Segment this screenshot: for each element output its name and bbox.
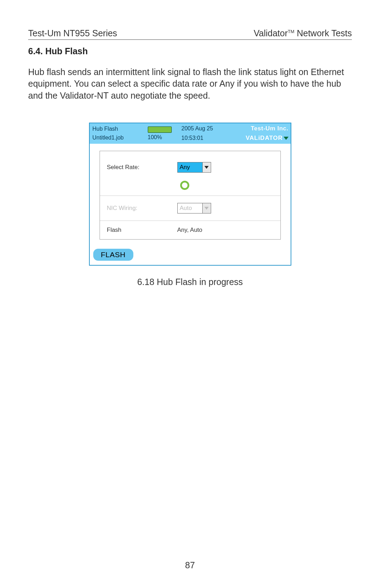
dropdown-nic-wiring-button xyxy=(202,203,211,213)
device-header-mid: 100% xyxy=(148,123,179,144)
progress-spinner-icon xyxy=(180,181,189,190)
device-footer: FLASH xyxy=(90,245,291,265)
brand-bottom-text: VALiDATOR xyxy=(246,135,283,142)
device-title: Hub Flash xyxy=(93,126,145,132)
figure-caption: 6.18 Hub Flash in progress xyxy=(28,277,352,287)
trademark-symbol: TM xyxy=(288,29,294,34)
brand-triangle-icon xyxy=(284,137,289,140)
device-time: 10:53:01 xyxy=(182,135,203,141)
page-number: 87 xyxy=(0,560,380,570)
dropdown-select-rate[interactable]: Any xyxy=(177,162,211,173)
dropdown-nic-wiring-value: Auto xyxy=(178,203,202,213)
section-title: 6.4. Hub Flash xyxy=(28,46,352,56)
label-status: Flash xyxy=(107,227,177,234)
device-header-right: 2005 Aug 25 Test-Um Inc. 10:53:01 VALiDA… xyxy=(179,123,291,144)
row-select-rate: Select Rate: Any xyxy=(100,151,280,184)
section-body: Hub flash sends an intermittent link sig… xyxy=(28,66,352,101)
device-header: Hub Flash Untitled1.job 100% 2005 Aug 25… xyxy=(90,123,291,144)
dropdown-select-rate-button[interactable] xyxy=(202,162,211,172)
row-nic-wiring: NIC Wiring: Auto xyxy=(100,196,280,221)
value-select-rate: Any xyxy=(177,162,273,173)
header-right-prefix: Validator xyxy=(254,28,288,38)
chevron-down-icon xyxy=(204,166,209,169)
brand-bottom: VALiDATOR xyxy=(246,135,288,142)
header-right: ValidatorTM Network Tests xyxy=(254,28,352,38)
settings-panel: Select Rate: Any NIC Wiring: xyxy=(100,151,281,240)
dropdown-select-rate-value: Any xyxy=(178,162,202,172)
device-screen: Hub Flash Untitled1.job 100% 2005 Aug 25… xyxy=(89,123,291,266)
row-status: Flash Any, Auto xyxy=(100,221,280,239)
device-header-left: Hub Flash Untitled1.job xyxy=(90,123,148,144)
header-divider xyxy=(28,39,352,40)
chevron-down-icon xyxy=(204,207,209,210)
flash-button[interactable]: FLASH xyxy=(93,249,133,261)
value-nic-wiring: Auto xyxy=(177,203,273,213)
device-date: 2005 Aug 25 xyxy=(182,125,213,132)
figure-wrap: Hub Flash Untitled1.job 100% 2005 Aug 25… xyxy=(28,123,352,266)
page-header: Test-Um NT955 Series ValidatorTM Network… xyxy=(28,28,352,38)
battery-icon xyxy=(148,126,172,133)
brand-top: Test-Um Inc. xyxy=(251,125,289,132)
dropdown-nic-wiring: Auto xyxy=(177,203,211,213)
spinner-row xyxy=(100,181,280,196)
device-job: Untitled1.job xyxy=(93,135,145,141)
device-body: Select Rate: Any NIC Wiring: xyxy=(90,144,291,245)
value-status: Any, Auto xyxy=(177,227,273,234)
label-nic-wiring: NIC Wiring: xyxy=(107,205,177,212)
label-select-rate: Select Rate: xyxy=(107,164,177,171)
battery-percent: 100% xyxy=(148,134,162,141)
header-left: Test-Um NT955 Series xyxy=(28,28,117,38)
header-right-suffix: Network Tests xyxy=(294,28,352,38)
